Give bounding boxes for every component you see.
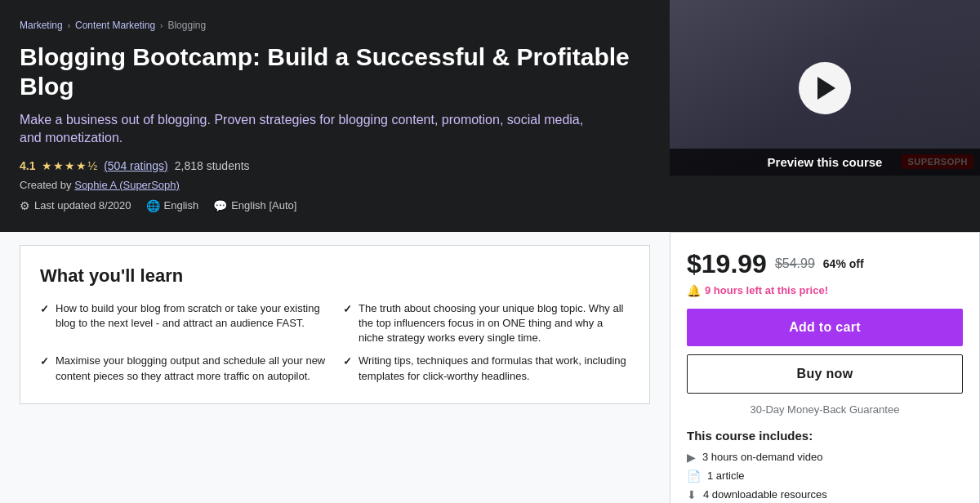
meta-row: ⚙ Last updated 8/2020 🌐 English 💬 Englis… <box>20 199 650 212</box>
article-icon: 📄 <box>687 470 701 483</box>
rating-score: 4.1 <box>20 159 35 172</box>
breadcrumb-current: Blogging <box>167 20 206 31</box>
instructor-prefix: Created by <box>20 179 72 191</box>
breadcrumb-sep-2: › <box>160 21 163 30</box>
course-subtitle: Make a business out of blogging. Proven … <box>20 111 591 148</box>
course-title: Blogging Bootcamp: Build a Successful & … <box>20 42 650 101</box>
course-preview[interactable]: SUPERSOPH Preview this course <box>670 0 980 176</box>
stars: ★ ★ ★ ★ ½ <box>42 159 97 172</box>
left-panel: What you'll learn ✓ How to build your bl… <box>0 232 670 503</box>
instructor-link[interactable]: Sophie A (SuperSoph) <box>74 179 180 191</box>
check-icon-4: ✓ <box>343 354 352 369</box>
learn-grid: ✓ How to build your blog from scratch or… <box>40 301 630 384</box>
urgency-label: 9 hours left at this price! <box>705 284 828 296</box>
learn-item-2: ✓ Maximise your blogging output and sche… <box>40 354 327 383</box>
price-row: $19.99 $54.99 64% off <box>687 249 963 279</box>
hero-left: Marketing › Content Marketing › Blogging… <box>0 0 670 232</box>
caption-text: English [Auto] <box>231 199 296 211</box>
pricing-card: $19.99 $54.99 64% off 🔔 9 hours left at … <box>670 232 980 503</box>
learn-text-2: Maximise your blogging output and schedu… <box>56 354 327 383</box>
hero-right: SUPERSOPH Preview this course <box>670 0 980 232</box>
buy-now-button[interactable]: Buy now <box>687 354 963 394</box>
original-price: $54.99 <box>775 256 815 271</box>
learn-text-4: Writing tips, techniques and formulas th… <box>359 354 630 383</box>
urgency-text: 🔔 9 hours left at this price! <box>687 284 963 297</box>
breadcrumb-sep-1: › <box>68 21 70 30</box>
learn-text-1: How to build your blog from scratch or t… <box>56 301 327 331</box>
card-wrapper: $19.99 $54.99 64% off 🔔 9 hours left at … <box>670 232 980 503</box>
learn-section: What you'll learn ✓ How to build your bl… <box>20 245 650 404</box>
breadcrumb-content-marketing[interactable]: Content Marketing <box>75 20 155 31</box>
check-icon-3: ✓ <box>343 302 352 317</box>
include-download-text: 4 downloadable resources <box>703 488 827 501</box>
last-updated-text: Last updated 8/2020 <box>34 199 131 211</box>
instructor-row: Created by Sophie A (SuperSoph) <box>20 179 650 191</box>
globe-icon: 🌐 <box>146 199 160 212</box>
include-video-text: 3 hours on-demand video <box>702 451 822 463</box>
includes-title: This course includes: <box>687 429 963 443</box>
star-4: ★ <box>76 159 87 172</box>
check-icon-1: ✓ <box>40 302 49 317</box>
learn-text-3: The truth about choosing your unique blo… <box>359 301 630 346</box>
breadcrumb-marketing[interactable]: Marketing <box>20 20 63 31</box>
include-item-article: 📄 1 article <box>687 470 963 483</box>
meta-language: 🌐 English <box>146 199 199 212</box>
star-1: ★ <box>42 159 52 172</box>
download-icon: ⬇ <box>687 488 697 501</box>
check-icon-2: ✓ <box>40 354 49 369</box>
video-icon: ▶ <box>687 451 696 464</box>
meta-caption: 💬 English [Auto] <box>213 199 296 212</box>
include-item-download: ⬇ 4 downloadable resources <box>687 488 963 501</box>
play-button[interactable] <box>799 62 851 114</box>
learn-item-3: ✓ The truth about choosing your unique b… <box>343 301 630 346</box>
include-article-text: 1 article <box>707 470 745 482</box>
alarm-icon: 🔔 <box>687 284 701 297</box>
learn-item-1: ✓ How to build your blog from scratch or… <box>40 301 327 346</box>
breadcrumb: Marketing › Content Marketing › Blogging <box>20 20 650 31</box>
meta-updated: ⚙ Last updated 8/2020 <box>20 199 131 212</box>
money-back-guarantee: 30-Day Money-Back Guarantee <box>687 403 963 416</box>
update-icon: ⚙ <box>20 199 30 212</box>
caption-icon: 💬 <box>213 199 227 212</box>
current-price: $19.99 <box>687 249 767 279</box>
star-3: ★ <box>65 159 75 172</box>
rating-count[interactable]: (504 ratings) <box>104 159 168 172</box>
hero-section: Marketing › Content Marketing › Blogging… <box>0 0 980 232</box>
play-triangle-icon <box>817 77 835 100</box>
language-text: English <box>164 199 199 211</box>
include-item-video: ▶ 3 hours on-demand video <box>687 451 963 464</box>
students-count: 2,818 students <box>175 159 250 172</box>
learn-item-4: ✓ Writing tips, techniques and formulas … <box>343 354 630 383</box>
star-half: ½ <box>87 159 97 172</box>
course-includes: This course includes: ▶ 3 hours on-deman… <box>687 429 963 501</box>
add-to-cart-button[interactable]: Add to cart <box>687 309 963 346</box>
star-2: ★ <box>53 159 64 172</box>
bottom-section: What you'll learn ✓ How to build your bl… <box>0 232 980 503</box>
preview-label[interactable]: Preview this course <box>670 149 980 176</box>
discount-badge: 64% off <box>823 257 864 270</box>
rating-row: 4.1 ★ ★ ★ ★ ½ (504 ratings) 2,818 studen… <box>20 159 650 172</box>
learn-title: What you'll learn <box>40 265 630 287</box>
